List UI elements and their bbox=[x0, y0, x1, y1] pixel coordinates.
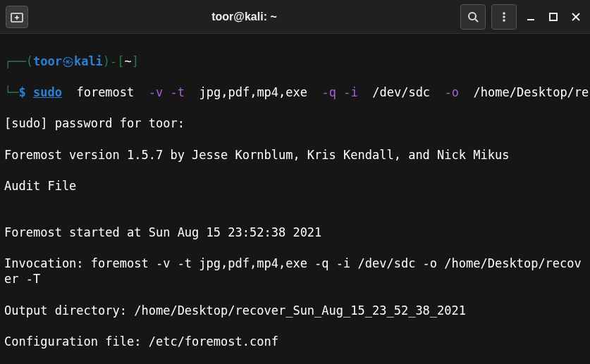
svg-point-5 bbox=[503, 12, 505, 15]
cmd-device: /dev/sdc bbox=[372, 85, 430, 99]
titlebar-right bbox=[460, 4, 584, 30]
prompt-host: kali bbox=[74, 54, 103, 68]
output-line: [sudo] password for toor: bbox=[4, 115, 586, 131]
svg-line-4 bbox=[475, 19, 478, 22]
output-line: Foremost started at Sun Aug 15 23:52:38 … bbox=[4, 225, 586, 240]
cmd-flag-i: -i bbox=[343, 85, 357, 99]
terminal-viewport[interactable]: ┌──(toor㉿kali)-[~] └─$ sudo foremost -v … bbox=[0, 34, 590, 364]
close-button[interactable] bbox=[567, 8, 584, 25]
cmd-bin: foremost bbox=[76, 85, 134, 99]
output-line: Foremost version 1.5.7 by Jesse Kornblum… bbox=[4, 147, 586, 163]
svg-point-6 bbox=[503, 15, 505, 18]
cmd-outdir: /home/Desktop/recover bbox=[474, 85, 590, 99]
svg-point-7 bbox=[503, 19, 505, 22]
output-line: Configuration file: /etc/foremost.conf bbox=[4, 334, 586, 349]
cmd-types: jpg,pdf,mp4,exe bbox=[199, 85, 308, 99]
cmd-flag-o: -o bbox=[445, 85, 459, 99]
new-tab-button[interactable] bbox=[6, 6, 28, 28]
window-title: toor@kali: ~ bbox=[28, 11, 460, 23]
titlebar: toor@kali: ~ bbox=[0, 0, 590, 34]
cmd-sudo: sudo bbox=[33, 85, 62, 99]
prompt-line-1: ┌──(toor㉿kali)-[~] bbox=[4, 54, 586, 69]
cmd-flag-q: -q bbox=[322, 85, 336, 99]
prompt-line-2: └─$ sudo foremost -v -t jpg,pdf,mp4,exe … bbox=[4, 84, 586, 100]
prompt-user: toor bbox=[33, 54, 62, 68]
search-button[interactable] bbox=[460, 4, 486, 30]
prompt-path: ~ bbox=[125, 54, 132, 68]
maximize-button[interactable] bbox=[545, 8, 562, 25]
output-line: Invocation: foremost -v -t jpg,pdf,mp4,e… bbox=[4, 256, 586, 287]
output-line: Output directory: /home/Desktop/recover_… bbox=[4, 303, 586, 318]
minimize-button[interactable] bbox=[522, 8, 539, 25]
menu-button[interactable] bbox=[491, 4, 517, 30]
svg-rect-9 bbox=[550, 13, 557, 20]
prompt-symbol: $ bbox=[18, 85, 25, 99]
svg-point-3 bbox=[469, 13, 476, 20]
cmd-flag-v: -v bbox=[149, 85, 163, 99]
titlebar-left bbox=[6, 6, 28, 28]
cmd-flag-t: -t bbox=[171, 85, 185, 99]
output-line: Audit File bbox=[4, 178, 586, 194]
